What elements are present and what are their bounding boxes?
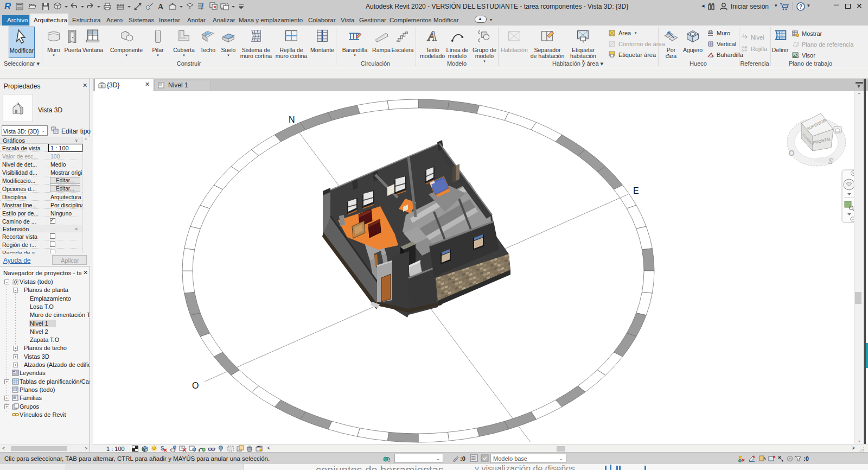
svg-text:O: O bbox=[789, 149, 795, 157]
svg-text:S: S bbox=[161, 446, 164, 452]
svg-text:?: ? bbox=[799, 4, 802, 10]
svg-text:N: N bbox=[289, 115, 295, 124]
svg-text:S: S bbox=[828, 157, 833, 166]
svg-text:O: O bbox=[192, 381, 199, 390]
svg-text:A: A bbox=[427, 28, 437, 43]
svg-text:1: 1 bbox=[743, 34, 744, 37]
svg-text:E: E bbox=[633, 186, 639, 195]
svg-text:A: A bbox=[158, 3, 164, 11]
